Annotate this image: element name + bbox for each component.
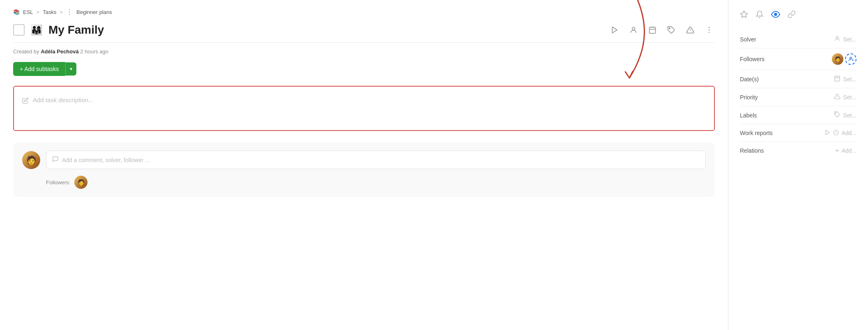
labels-value[interactable]: Set... <box>834 111 857 119</box>
tag-button[interactable] <box>666 24 677 36</box>
add-follower-button[interactable] <box>845 53 857 65</box>
calendar-button[interactable] <box>647 24 658 36</box>
svg-point-11 <box>709 32 710 33</box>
dates-label: Date(s) <box>740 76 781 82</box>
comment-row: 🧑 Add a comment, solver, follower ... <box>22 151 706 169</box>
svg-point-13 <box>774 13 777 16</box>
solver-set-text: Set... <box>843 36 857 43</box>
bell-button[interactable] <box>755 10 764 18</box>
work-reports-value[interactable]: Add... <box>824 129 857 137</box>
comment-section: 🧑 Add a comment, solver, follower ... Fo… <box>13 142 715 197</box>
sidebar-top-actions <box>740 8 857 19</box>
comment-icon <box>52 156 59 164</box>
comment-placeholder: Add a comment, solver, follower ... <box>62 157 150 163</box>
dates-icon <box>834 75 840 83</box>
star-button[interactable] <box>740 10 748 18</box>
eye-button[interactable] <box>771 10 780 19</box>
breadcrumb-section[interactable]: Tasks <box>43 9 56 15</box>
svg-point-6 <box>669 28 671 29</box>
assignee-button[interactable] <box>628 24 639 36</box>
comment-input[interactable]: Add a comment, solver, follower ... <box>46 151 706 169</box>
title-divider <box>13 42 715 43</box>
priority-set-text: Set... <box>843 94 857 101</box>
priority-value[interactable]: Set... <box>834 93 857 101</box>
svg-marker-12 <box>741 11 748 18</box>
dates-value[interactable]: Set... <box>834 75 857 83</box>
followers-row: Followers: 🧑 <box>22 176 706 189</box>
play-button[interactable] <box>609 24 620 36</box>
breadcrumb-sep2: > <box>60 9 63 15</box>
labels-set-text: Set... <box>843 112 857 119</box>
breadcrumb-sep1: > <box>37 9 40 15</box>
svg-point-10 <box>709 30 710 31</box>
solver-label: Solver <box>740 36 781 43</box>
labels-icon <box>834 111 840 119</box>
breadcrumb-app-icon: 📚 <box>13 9 20 15</box>
svg-point-9 <box>709 27 710 28</box>
description-box[interactable]: Add task description... <box>13 86 715 131</box>
priority-icon <box>834 93 840 101</box>
breadcrumb-dots[interactable]: ⋮ <box>66 8 73 16</box>
task-emoji: 👨‍👩‍👧 <box>30 24 43 36</box>
follower-avatar-1: 🧑 <box>74 176 87 189</box>
relations-value[interactable]: + Add... <box>835 147 857 154</box>
add-subtasks-dropdown[interactable]: ▾ <box>65 62 76 76</box>
follower-sidebar-avatar: 🧑 <box>832 53 843 65</box>
sidebar-field-solver: Solver Set... <box>740 30 857 48</box>
dates-set-text: Set... <box>843 76 857 82</box>
sidebar-field-followers: Followers 🧑 <box>740 48 857 70</box>
priority-label: Priority <box>740 94 781 101</box>
work-reports-add-text: Add... <box>841 130 857 136</box>
breadcrumb: 📚 ESL > Tasks > ⋮ Beginner plans <box>13 8 715 16</box>
svg-marker-0 <box>612 27 617 33</box>
more-button[interactable] <box>703 24 715 36</box>
title-row: 👨‍👩‍👧 My Family <box>13 23 715 37</box>
followers-label: Followers: <box>46 179 70 186</box>
relations-add-text: Add... <box>841 147 857 154</box>
sidebar-field-work-reports: Work reports Add... <box>740 124 857 142</box>
solver-icon <box>834 35 840 43</box>
task-complete-checkbox[interactable] <box>13 24 25 36</box>
breadcrumb-app[interactable]: ESL <box>23 9 33 15</box>
followers-sidebar-value[interactable]: 🧑 <box>832 53 857 65</box>
sidebar-field-labels: Labels Set... <box>740 106 857 124</box>
task-title[interactable]: My Family <box>48 23 104 37</box>
relations-label: Relations <box>740 147 781 154</box>
solver-value[interactable]: Set... <box>834 35 857 43</box>
svg-rect-18 <box>835 76 840 81</box>
user-avatar: 🧑 <box>22 151 40 169</box>
svg-point-1 <box>632 27 635 30</box>
sidebar-field-priority: Priority Set... <box>740 88 857 106</box>
task-toolbar <box>609 24 715 36</box>
sidebar: Solver Set... Followers 🧑 <box>728 0 868 330</box>
sidebar-field-dates: Date(s) Set... <box>740 70 857 88</box>
svg-point-14 <box>836 37 838 39</box>
work-reports-label: Work reports <box>740 130 781 136</box>
svg-marker-25 <box>826 130 830 135</box>
svg-rect-2 <box>650 27 656 33</box>
labels-label: Labels <box>740 112 781 119</box>
relations-plus-icon: + <box>835 147 839 154</box>
edit-icon <box>22 97 29 105</box>
created-by-text: Created by Adéla Pechová 2 hours ago <box>13 48 715 55</box>
svg-point-24 <box>836 113 836 114</box>
description-placeholder: Add task description... <box>33 96 94 103</box>
add-subtasks-button[interactable]: + Add subtasks <box>13 62 65 76</box>
followers-sidebar-label: Followers <box>740 56 781 62</box>
breadcrumb-current[interactable]: Beginner plans <box>76 9 112 15</box>
priority-button[interactable] <box>684 24 696 36</box>
work-reports-clock-icon <box>833 130 839 137</box>
svg-point-15 <box>850 57 852 59</box>
work-reports-play-icon <box>824 129 831 137</box>
link-button[interactable] <box>788 10 796 18</box>
add-subtasks-row: + Add subtasks ▾ <box>13 62 715 76</box>
sidebar-field-relations: Relations + Add... <box>740 142 857 159</box>
